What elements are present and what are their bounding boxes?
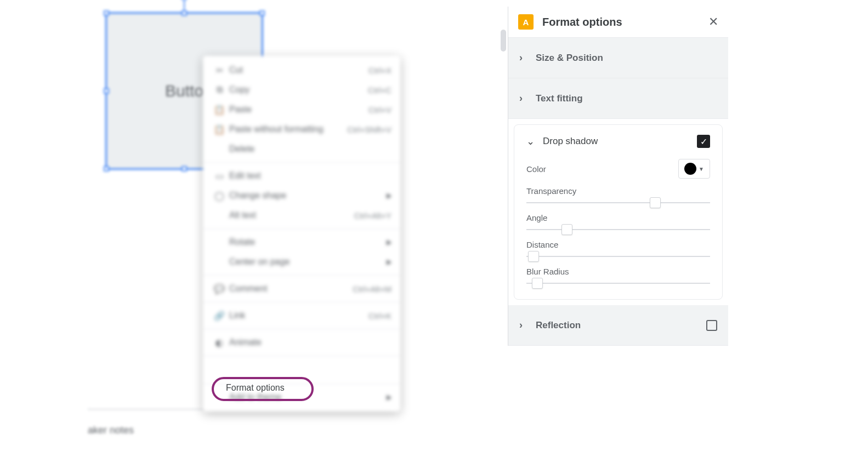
slider-label: Angle: [526, 213, 710, 222]
color-label: Color: [526, 164, 546, 174]
resize-handle-b[interactable]: [181, 166, 187, 171]
context-menu: ✂ Cut Ctrl+X ⧉ Copy Ctrl+C 📋 Paste Ctrl+…: [203, 56, 400, 411]
section-label: Size & Position: [536, 53, 603, 64]
submenu-arrow-icon: ▶: [387, 238, 392, 246]
slider-track[interactable]: [526, 229, 710, 230]
edit-text-icon: ▭: [212, 171, 227, 181]
menu-label: Edit text: [227, 171, 392, 181]
animate-icon: ◐: [212, 338, 227, 348]
menu-shortcut: Ctrl+Alt+M: [353, 284, 392, 294]
chevron-right-icon: ›: [519, 93, 536, 104]
slider-thumb[interactable]: [528, 251, 539, 262]
menu-change-shape[interactable]: ◯ Change shape ▶: [203, 186, 400, 205]
menu-separator: [203, 162, 400, 163]
slider-track[interactable]: [526, 202, 710, 203]
menu-label: Copy: [227, 85, 368, 95]
color-row: Color ▼: [526, 159, 710, 179]
menu-cut[interactable]: ✂ Cut Ctrl+X: [203, 60, 400, 80]
close-panel-button[interactable]: ✕: [708, 15, 718, 29]
menu-animate[interactable]: ◐ Animate: [203, 333, 400, 352]
section-label: Reflection: [536, 320, 581, 331]
section-reflection[interactable]: › Reflection: [508, 305, 728, 346]
paste-icon: 📋: [212, 124, 227, 135]
submenu-arrow-icon: ▶: [387, 192, 392, 199]
menu-label: Cut: [227, 65, 368, 75]
chevron-down-icon: ⌄: [526, 135, 543, 147]
menu-shortcut: Ctrl+Shift+V: [347, 125, 392, 134]
submenu-arrow-icon: ▶: [387, 393, 392, 401]
chevron-right-icon: ›: [519, 52, 536, 64]
slider-transparency: Transparency: [526, 186, 710, 203]
menu-link[interactable]: 🔗 Link Ctrl+K: [203, 306, 400, 325]
menu-shortcut: Ctrl+C: [368, 85, 392, 95]
menu-separator: [203, 228, 400, 229]
menu-shortcut: Ctrl+X: [368, 66, 392, 75]
color-picker-button[interactable]: ▼: [678, 159, 710, 179]
slider-label: Transparency: [526, 186, 710, 196]
menu-comment[interactable]: 💬 Comment Ctrl+Alt+M: [203, 279, 400, 299]
menu-edit-text[interactable]: ▭ Edit text: [203, 166, 400, 186]
slider-thumb[interactable]: [650, 197, 661, 208]
menu-label: Delete: [227, 144, 392, 154]
section-drop-shadow: ⌄ Drop shadow ✓ Color ▼ Transparency Ang…: [514, 124, 723, 300]
shape-icon: ◯: [212, 191, 227, 201]
slider-label: Blur Radius: [526, 267, 710, 276]
color-swatch: [684, 163, 696, 175]
slider-blur-radius: Blur Radius: [526, 267, 710, 284]
menu-label: Comment: [227, 284, 353, 294]
menu-copy[interactable]: ⧉ Copy Ctrl+C: [203, 80, 400, 100]
menu-rotate[interactable]: Rotate ▶: [203, 232, 400, 252]
menu-shortcut: Ctrl+V: [368, 105, 392, 115]
link-icon: 🔗: [212, 311, 227, 321]
menu-label: Link: [227, 311, 368, 321]
chevron-right-icon: ›: [519, 319, 536, 331]
slider-track[interactable]: [526, 283, 710, 284]
reflection-checkbox[interactable]: [706, 320, 717, 331]
section-label: Drop shadow: [543, 136, 697, 147]
menu-separator: [203, 302, 400, 302]
submenu-arrow-icon: ▶: [387, 258, 392, 266]
copy-icon: ⧉: [212, 85, 227, 95]
menu-shortcut: Ctrl+Alt+Y: [354, 211, 392, 220]
menu-label: Paste: [227, 105, 368, 115]
rotate-handle[interactable]: [181, 0, 188, 1]
menu-label: Alt text: [227, 210, 354, 220]
resize-handle-t[interactable]: [181, 10, 187, 16]
menu-alt-text[interactable]: Alt text Ctrl+Alt+Y: [203, 205, 400, 225]
slider-thumb[interactable]: [532, 278, 543, 289]
resize-handle-l[interactable]: [104, 88, 109, 94]
menu-label: Paste without formatting: [227, 124, 347, 134]
menu-format-options-label: Format options: [226, 383, 285, 393]
menu-label: Animate: [227, 338, 392, 347]
panel-title: Format options: [534, 16, 708, 28]
menu-label: Rotate: [227, 237, 387, 247]
comment-icon: 💬: [212, 284, 227, 294]
menu-label: Center on page: [227, 257, 387, 267]
drop-shadow-checkbox[interactable]: ✓: [697, 135, 710, 148]
menu-center-on-page[interactable]: Center on page ▶: [203, 252, 400, 272]
resize-handle-bl[interactable]: [104, 166, 109, 171]
paste-icon: 📋: [212, 105, 227, 115]
menu-shortcut: Ctrl+K: [368, 311, 392, 321]
menu-paste[interactable]: 📋 Paste Ctrl+V: [203, 100, 400, 119]
section-size-position[interactable]: › Size & Position: [508, 38, 728, 78]
slider-thumb[interactable]: [561, 224, 572, 235]
menu-delete[interactable]: Delete: [203, 139, 400, 159]
menu-separator: [203, 356, 400, 356]
scrollbar-stub[interactable]: [501, 30, 506, 52]
cut-icon: ✂: [212, 65, 227, 76]
slider-label: Distance: [526, 240, 710, 249]
speaker-notes-placeholder[interactable]: aker notes: [88, 425, 134, 436]
menu-label: Change shape: [227, 191, 387, 201]
format-options-icon: A: [518, 14, 534, 30]
slider-track[interactable]: [526, 256, 710, 257]
slider-angle: Angle: [526, 213, 710, 230]
menu-paste-plain[interactable]: 📋 Paste without formatting Ctrl+Shift+V: [203, 119, 400, 139]
section-text-fitting[interactable]: › Text fitting: [508, 78, 728, 119]
resize-handle-tl[interactable]: [104, 10, 109, 16]
shape-text: Butto: [165, 82, 203, 100]
resize-handle-tr[interactable]: [259, 10, 265, 16]
section-label: Text fitting: [536, 93, 583, 104]
menu-separator: [203, 275, 400, 276]
section-header[interactable]: ⌄ Drop shadow ✓: [526, 135, 710, 148]
